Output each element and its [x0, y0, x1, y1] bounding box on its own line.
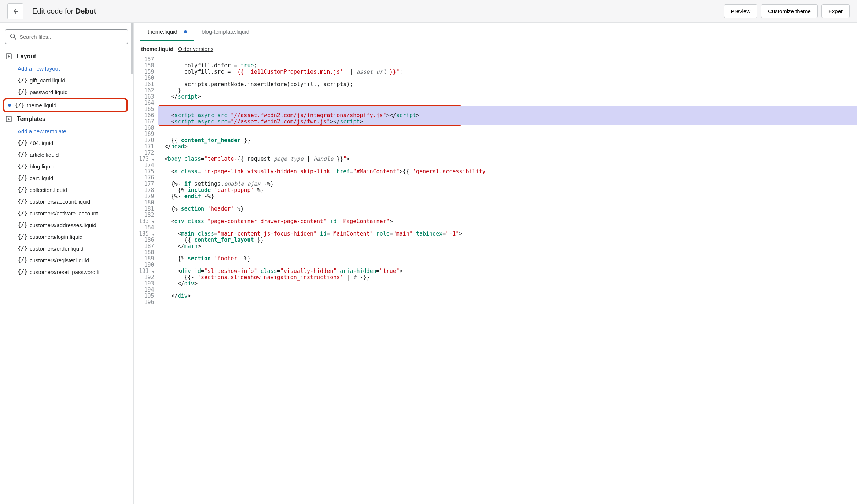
sidebar-file-item[interactable]: {/}theme.liquid: [3, 98, 128, 112]
preview-button[interactable]: Preview: [724, 4, 757, 18]
sidebar-file-item[interactable]: {/}customers/reset_password.li: [5, 266, 128, 278]
sidebar-file-item[interactable]: {/}collection.liquid: [5, 184, 128, 196]
code-line[interactable]: [158, 175, 857, 181]
editor-tab[interactable]: theme.liquid: [140, 23, 194, 41]
code-line[interactable]: {%- if settings.enable_ajax -%}: [158, 181, 857, 187]
code-file-icon: {/}: [18, 186, 27, 193]
sidebar-file-item[interactable]: {/}customers/register.liquid: [5, 254, 128, 266]
code-area[interactable]: 1571581591601611621631641651661671681691…: [134, 56, 857, 504]
sidebar-file-item[interactable]: {/}cart.liquid: [5, 172, 128, 184]
code-line[interactable]: [158, 200, 857, 206]
file-name: customers/login.liquid: [30, 234, 82, 240]
sidebar-file-item[interactable]: {/}article.liquid: [5, 149, 128, 160]
code-line[interactable]: {{- 'sections.slideshow.navigation_instr…: [158, 274, 857, 281]
file-name: collection.liquid: [30, 187, 67, 193]
code-line[interactable]: {%- endif -%}: [158, 193, 857, 200]
code-line[interactable]: <a class="in-page-link visually-hidden s…: [158, 168, 857, 175]
sidebar-file-item[interactable]: {/}404.liquid: [5, 137, 128, 149]
search-icon: [10, 33, 16, 40]
code-file-icon: {/}: [18, 257, 27, 263]
search-box[interactable]: [5, 29, 128, 44]
code-line[interactable]: [158, 56, 857, 63]
tab-label: blog-template.liquid: [202, 29, 249, 35]
code-line[interactable]: polyfill.defer = true;: [158, 63, 857, 69]
sidebar-file-item[interactable]: {/}customers/order.liquid: [5, 242, 128, 254]
code-line[interactable]: {% section 'footer' %}: [158, 256, 857, 262]
sidebar-file-item[interactable]: {/}customers/addresses.liquid: [5, 219, 128, 231]
file-name: gift_card.liquid: [30, 77, 65, 84]
code-line[interactable]: [158, 106, 857, 112]
code-line[interactable]: <div id="slideshow-info" class="visually…: [158, 268, 857, 274]
sidebar-file-item[interactable]: {/}customers/login.liquid: [5, 231, 128, 242]
arrow-left-icon: [12, 8, 19, 15]
search-input[interactable]: [19, 34, 123, 40]
back-button[interactable]: [7, 3, 23, 19]
code-line[interactable]: [158, 75, 857, 81]
modified-dot-icon: [184, 30, 187, 33]
code-line[interactable]: [158, 287, 857, 293]
page-title: Edit code for Debut: [32, 7, 720, 15]
code-line[interactable]: scripts.parentNode.insertBefore(polyfill…: [158, 81, 857, 88]
code-line[interactable]: [158, 100, 857, 106]
file-name: customers/reset_password.li: [30, 269, 99, 275]
code-line[interactable]: [158, 125, 857, 131]
code-line[interactable]: [158, 212, 857, 218]
code-line[interactable]: <script async src="//asset.fwcdn2.com/js…: [158, 119, 857, 125]
add-template-link[interactable]: Add a new template: [5, 126, 128, 137]
code-line[interactable]: <script async src="//asset.fwcdn2.com/js…: [158, 112, 857, 119]
code-line[interactable]: <main class="main-content js-focus-hidde…: [158, 231, 857, 237]
code-file-icon: {/}: [18, 163, 27, 170]
code-line[interactable]: </main>: [158, 243, 857, 249]
code-line[interactable]: [158, 262, 857, 268]
code-file-icon: {/}: [18, 151, 27, 158]
sidebar-file-item[interactable]: {/}gift_card.liquid: [5, 74, 128, 86]
editor-tab[interactable]: blog-template.liquid: [194, 23, 257, 41]
older-versions-link[interactable]: Older versions: [178, 46, 213, 52]
code-line[interactable]: [158, 150, 857, 156]
sidebar: Layout Add a new layout {/}gift_card.liq…: [0, 23, 133, 504]
line-gutter: 1571581591601611621631641651661671681691…: [134, 56, 158, 504]
code-line[interactable]: [158, 299, 857, 305]
code-line[interactable]: {{ content_for_header }}: [158, 137, 857, 144]
code-file-icon: {/}: [15, 102, 25, 108]
sidebar-file-item[interactable]: {/}password.liquid: [5, 86, 128, 98]
sidebar-file-item[interactable]: {/}customers/account.liquid: [5, 196, 128, 207]
code-line[interactable]: <div class="page-container drawer-page-c…: [158, 218, 857, 225]
code-file-icon: {/}: [18, 77, 27, 84]
expert-button[interactable]: Exper: [821, 4, 850, 18]
code-line[interactable]: {{ content_for_layout }}: [158, 237, 857, 243]
sidebar-file-item[interactable]: {/}customers/activate_account.: [5, 207, 128, 219]
file-name: password.liquid: [30, 89, 67, 95]
code-line[interactable]: </head>: [158, 144, 857, 150]
file-name: customers/account.liquid: [30, 199, 90, 205]
code-line[interactable]: {% include 'cart-popup' %}: [158, 187, 857, 193]
file-name: customers/order.liquid: [30, 245, 84, 252]
code-line[interactable]: [158, 131, 857, 137]
layout-section-header[interactable]: Layout: [5, 50, 128, 63]
code-file-icon: {/}: [18, 233, 27, 240]
code-lines[interactable]: polyfill.defer = true; polyfill.src = "{…: [158, 56, 857, 504]
tab-label: theme.liquid: [148, 29, 177, 35]
file-name: customers/register.liquid: [30, 257, 89, 263]
code-line[interactable]: [158, 162, 857, 168]
modified-dot-icon: [8, 104, 11, 107]
code-line[interactable]: }: [158, 88, 857, 94]
code-line[interactable]: </script>: [158, 94, 857, 100]
code-file-icon: {/}: [18, 198, 27, 205]
code-line[interactable]: {% section 'header' %}: [158, 206, 857, 212]
add-layout-link[interactable]: Add a new layout: [5, 63, 128, 74]
code-line[interactable]: </div>: [158, 293, 857, 299]
sidebar-file-item[interactable]: {/}blog.liquid: [5, 160, 128, 172]
code-line[interactable]: [158, 225, 857, 231]
code-line[interactable]: <body class="template-{{ request.page_ty…: [158, 156, 857, 162]
code-line[interactable]: polyfill.src = "{{ 'ie11CustomProperties…: [158, 69, 857, 75]
file-name: customers/addresses.liquid: [30, 222, 96, 228]
code-line[interactable]: </div>: [158, 281, 857, 287]
code-line[interactable]: [158, 249, 857, 256]
customize-theme-button[interactable]: Customize theme: [761, 4, 818, 18]
file-name: customers/activate_account.: [30, 210, 99, 216]
templates-section-header[interactable]: Templates: [5, 112, 128, 126]
current-file-name: theme.liquid: [141, 46, 173, 52]
file-name: 404.liquid: [30, 140, 53, 146]
file-name: article.liquid: [30, 152, 59, 158]
